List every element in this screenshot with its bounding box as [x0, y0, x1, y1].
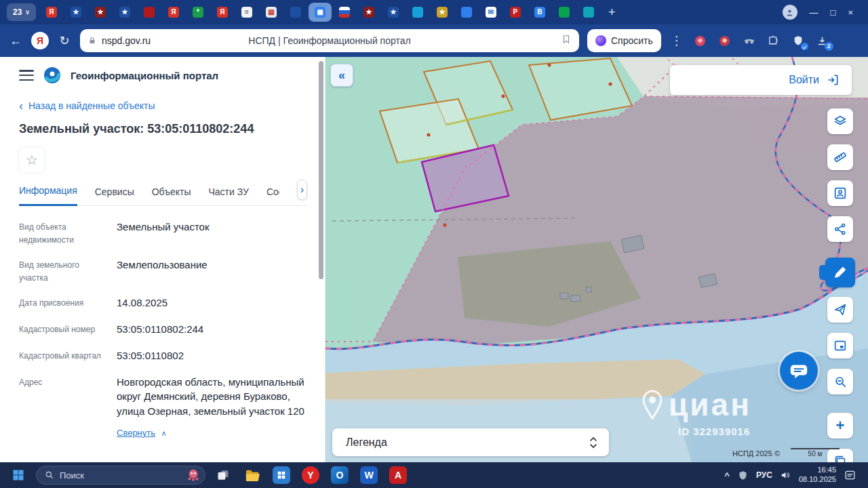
window-controls: — □ × — [783, 5, 861, 20]
close-button[interactable]: × — [848, 7, 853, 18]
zoom-area-tool-button[interactable] — [827, 369, 853, 394]
zoom-in-button[interactable]: + — [827, 413, 853, 439]
login-button[interactable]: Войти — [670, 65, 852, 95]
browser-tab-blue-site[interactable] — [455, 3, 478, 22]
profile-avatar-icon[interactable] — [783, 5, 797, 20]
acrobat-taskbar-button[interactable]: A — [387, 465, 410, 485]
browser-tab-gov-emblem-red[interactable]: ★ — [89, 3, 112, 22]
tab-counter-button[interactable]: 23 ∨ — [7, 3, 36, 21]
browser-tab-gov-emblem[interactable]: ★ — [64, 3, 87, 22]
back-to-results-link[interactable]: ‹ Назад в найденные объекты — [19, 100, 307, 111]
layers-tool-button[interactable] — [827, 108, 853, 134]
field-value: 53:05:0110802:244 — [117, 322, 307, 337]
taskbar-search-input[interactable]: Поиск — [36, 466, 205, 485]
field-label: Кадастровый номер — [19, 322, 117, 337]
locate-tool-button[interactable] — [827, 297, 853, 323]
field-label: Вид объекта недвижимости — [19, 220, 117, 246]
tab-parts[interactable]: Части ЗУ — [208, 186, 248, 205]
hamburger-menu-icon[interactable] — [19, 70, 34, 81]
language-indicator[interactable]: РУС — [756, 470, 772, 480]
start-button[interactable] — [7, 465, 30, 485]
tabs-scroll-right-button[interactable]: › — [297, 180, 307, 200]
bookmark-icon[interactable] — [561, 34, 571, 47]
browser-tab-gov-emblem[interactable]: ★ — [382, 3, 405, 22]
word-taskbar-button[interactable]: W — [357, 465, 380, 485]
cloud-service-favicon — [412, 7, 423, 18]
minimize-button[interactable]: — — [810, 7, 818, 18]
browser-tab-yandex[interactable]: Я — [211, 3, 234, 22]
search-highlight-octopus-icon — [186, 468, 201, 482]
object-info-panel: Геоинформационный портал ‹ Назад в найде… — [0, 57, 326, 462]
browser-tab-b-service[interactable]: B — [528, 3, 551, 22]
panel-scrollbar[interactable] — [319, 58, 323, 461]
browser-tab-gov-emblem[interactable]: ★ — [113, 3, 136, 22]
refresh-button[interactable]: ↻ — [57, 33, 72, 48]
browser-menu-button[interactable]: ⋮ — [669, 33, 684, 48]
map-viewport[interactable]: « Войти + — [326, 57, 868, 462]
browser-tab-pdf[interactable]: P — [504, 3, 527, 22]
browser-tab-document[interactable]: ≡ — [235, 3, 258, 22]
browser-tab-yandex[interactable]: Я — [40, 3, 63, 22]
yandex-browser-taskbar-button[interactable]: Y — [299, 465, 322, 485]
browser-tab-slides[interactable]: ▤ — [260, 3, 283, 22]
hidden-icons-chevron[interactable]: ^ — [724, 470, 730, 481]
map-canvas[interactable] — [326, 57, 868, 462]
incognito-mask-icon[interactable] — [741, 33, 757, 49]
new-tab-button[interactable]: + — [604, 5, 620, 20]
url-input[interactable]: nspd.gov.ru НСПД | Геоинформационный пор… — [80, 29, 579, 52]
browser-tab-mail[interactable]: ✉ — [479, 3, 502, 22]
scrollbar-thumb[interactable] — [319, 61, 323, 279]
yandex-services-button[interactable]: Я — [31, 32, 49, 49]
browser-tab-eco-site[interactable]: * — [186, 3, 210, 22]
flower-extension-icon[interactable] — [692, 33, 709, 49]
back-button[interactable]: ← — [8, 34, 23, 48]
browser-tab-gov-emblem-red[interactable]: ★ — [357, 3, 380, 22]
maximize-button[interactable]: □ — [831, 7, 836, 18]
yandex-favicon: Я — [168, 7, 179, 18]
browser-tab-teal-service[interactable] — [577, 3, 600, 22]
tab-objects[interactable]: Объекты — [152, 186, 191, 205]
browser-tab-nspd-active[interactable]: ▣ — [309, 3, 332, 22]
gov-emblem-red-favicon: ★ — [363, 7, 374, 18]
file-explorer-button[interactable] — [241, 465, 264, 485]
browser-tab-eco[interactable] — [553, 3, 576, 22]
expand-collapse-icon[interactable] — [589, 436, 598, 449]
task-view-button[interactable] — [212, 465, 235, 485]
legend-bar[interactable]: Легенда — [332, 428, 609, 456]
taskbar-clock[interactable]: 16:45 08.10.2025 — [799, 466, 836, 485]
tray-shield-icon[interactable] — [738, 470, 748, 481]
ask-ai-button[interactable]: Спросить — [587, 29, 661, 52]
identify-tool-button[interactable] — [827, 180, 853, 206]
field-row: Кадастровый квартал 53:05:0110802 — [19, 348, 307, 363]
blue-site-favicon — [461, 7, 472, 18]
extensions-puzzle-icon[interactable] — [766, 33, 782, 49]
browser-tab-gov-site[interactable] — [284, 3, 307, 22]
tab-services[interactable]: Сервисы — [95, 186, 134, 205]
tab-composition[interactable]: Соста — [267, 186, 279, 205]
browser-tab-red-site[interactable] — [138, 3, 161, 22]
flower2-extension-icon[interactable] — [717, 33, 733, 49]
tab-information[interactable]: Информация — [19, 185, 77, 206]
chat-assistant-button[interactable] — [780, 352, 818, 390]
downloads-button[interactable]: 2 — [814, 33, 831, 49]
overview-tool-button[interactable] — [827, 333, 853, 359]
collapse-panel-button[interactable]: « — [330, 64, 353, 87]
share-tool-button[interactable] — [827, 216, 853, 242]
browser-tab-gov-emblem-gold[interactable]: ★ — [431, 3, 454, 22]
lock-icon — [88, 36, 96, 45]
volume-icon[interactable] — [781, 470, 791, 480]
protect-shield-icon[interactable] — [790, 33, 806, 49]
collapse-address-link[interactable]: Свернуть — [117, 428, 155, 438]
store-icon — [273, 466, 290, 484]
browser-tab-yandex[interactable]: Я — [162, 3, 185, 22]
notifications-icon[interactable] — [844, 470, 856, 481]
url-domain: nspd.gov.ru — [102, 35, 151, 46]
browser-tab-cloud-service[interactable] — [406, 3, 429, 22]
favorite-star-button[interactable]: ☆ — [19, 147, 45, 173]
measure-tool-button[interactable] — [827, 144, 853, 170]
browser-tab-russia-flag[interactable] — [333, 3, 356, 22]
draw-tool-button-active[interactable] — [825, 258, 855, 287]
field-row: Вид земельного участка Землепользование — [19, 258, 307, 284]
outlook-taskbar-button[interactable]: O — [328, 465, 351, 485]
store-button[interactable] — [270, 465, 293, 485]
